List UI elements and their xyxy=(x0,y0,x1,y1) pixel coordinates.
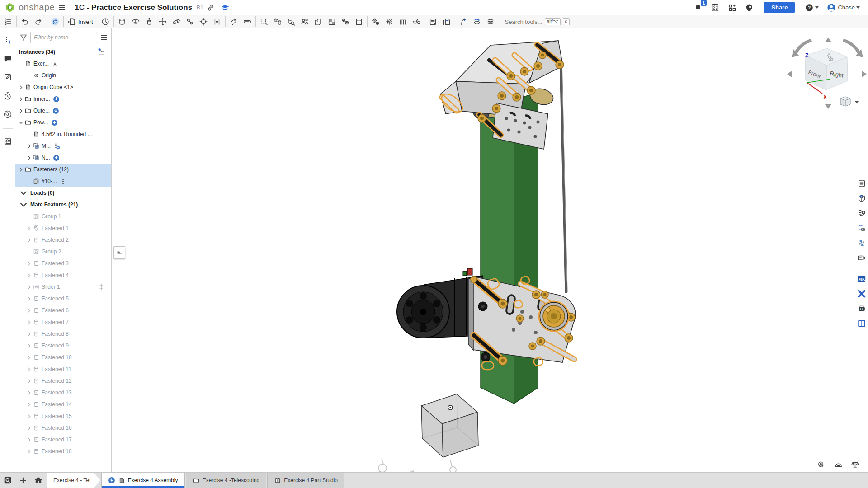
mate-feature-row[interactable]: Fastened 10 xyxy=(15,352,111,363)
tree-row[interactable]: M... xyxy=(15,140,111,152)
search-tools-field[interactable]: Search tools... alt/⌥ c xyxy=(505,18,570,25)
mate-feature-row[interactable]: Fastened 2 xyxy=(15,234,111,246)
ellipse-rot-button[interactable] xyxy=(471,16,483,27)
chevron-right-icon[interactable] xyxy=(25,343,33,348)
part-arrow-button[interactable] xyxy=(856,207,867,221)
download-icon[interactable] xyxy=(52,108,59,114)
loads-header-row[interactable]: Loads (0) xyxy=(15,187,111,199)
note-button[interactable] xyxy=(427,16,439,27)
copy-link-button[interactable] xyxy=(205,2,216,13)
mate-feature-row[interactable]: Fastened 8 xyxy=(15,328,111,340)
chevron-right-icon[interactable] xyxy=(25,296,33,301)
mate-feature-row[interactable]: Fastened 9 xyxy=(15,340,111,352)
download-icon[interactable] xyxy=(53,155,60,161)
mate-feature-row[interactable]: Fastened 4 xyxy=(15,269,111,281)
chevron-right-icon[interactable] xyxy=(25,308,33,313)
chevron-right-icon[interactable] xyxy=(25,367,33,372)
learning-center-button[interactable] xyxy=(220,2,231,13)
filter-input[interactable] xyxy=(30,32,97,43)
add-folder-icon[interactable] xyxy=(96,47,105,56)
gear-button[interactable] xyxy=(383,16,396,27)
home-tab-button[interactable] xyxy=(31,473,46,488)
chevron-right-icon[interactable] xyxy=(17,108,24,113)
rings-button[interactable] xyxy=(484,16,497,27)
clock-button[interactable] xyxy=(99,16,112,27)
mate-feature-row[interactable]: Fastened 16 xyxy=(15,422,111,434)
list-view-icon[interactable] xyxy=(99,33,108,42)
chevron-right-icon[interactable] xyxy=(25,437,33,442)
mate-feature-row[interactable]: Fastened 17 xyxy=(15,434,111,446)
cylinder-button[interactable] xyxy=(116,16,128,27)
stopwatch-button[interactable] xyxy=(2,90,13,103)
cube-grid-button[interactable] xyxy=(856,192,867,206)
slider-adjust-icon[interactable] xyxy=(97,282,106,291)
mk-app-button[interactable]: MK xyxy=(856,273,867,286)
document-tab[interactable]: Exercise 4 Part Studio xyxy=(267,473,344,488)
chevron-right-icon[interactable] xyxy=(25,332,33,337)
mate-feature-row[interactable]: Fastened 3 xyxy=(15,258,111,269)
chevron-right-icon[interactable] xyxy=(25,273,33,278)
mate-feature-row[interactable]: Fastened 12 xyxy=(15,375,111,387)
gear-trio-button[interactable] xyxy=(339,16,352,27)
belt-button[interactable] xyxy=(410,16,423,27)
people-button[interactable] xyxy=(298,16,311,27)
revolve-button[interactable] xyxy=(129,16,142,27)
chevron-right-icon[interactable] xyxy=(25,285,33,290)
dots-download-icon[interactable] xyxy=(53,143,60,150)
hand-part-button[interactable] xyxy=(312,16,325,27)
tree-row[interactable]: Oute... xyxy=(15,105,111,117)
curve-button[interactable] xyxy=(457,16,470,27)
view-cube-body[interactable]: Top Front Right xyxy=(805,48,848,90)
mate-connector-add-button[interactable] xyxy=(2,35,13,47)
gears-button[interactable] xyxy=(369,16,382,27)
move-button[interactable] xyxy=(156,16,169,27)
chevron-right-icon[interactable] xyxy=(25,390,33,395)
document-tab[interactable]: Exercise 4 -Telescoping xyxy=(186,473,267,488)
mate-feature-row[interactable]: Fastened 14 xyxy=(15,399,111,410)
protractor-button[interactable] xyxy=(834,460,843,471)
chevron-right-icon[interactable] xyxy=(25,402,33,407)
mate-feature-row[interactable]: Fastened 5 xyxy=(15,293,111,305)
download-icon[interactable] xyxy=(53,96,60,103)
mate-feature-row[interactable]: Fastened 18 xyxy=(15,446,111,457)
checklist-button[interactable] xyxy=(2,136,13,148)
bom-button[interactable] xyxy=(856,178,867,191)
mass-properties-button[interactable] xyxy=(850,460,860,471)
snap-button[interactable] xyxy=(227,16,240,27)
chevron-right-icon[interactable] xyxy=(25,226,33,231)
ghost-sketch-geometry[interactable] xyxy=(374,459,456,473)
tree-row[interactable]: Inner... xyxy=(15,93,111,105)
mate-feature-row[interactable]: Group 2 xyxy=(15,246,111,258)
help-button[interactable]: ? xyxy=(804,2,820,13)
star-cyl-button[interactable] xyxy=(271,16,284,27)
tab-history-nav[interactable]: Exercise 4 - Tel xyxy=(47,473,100,488)
checker-button[interactable] xyxy=(326,16,338,27)
chevron-right-icon[interactable] xyxy=(17,167,24,172)
tasks-button[interactable] xyxy=(710,2,721,13)
chevron-right-icon[interactable] xyxy=(25,320,33,325)
parallel-button[interactable] xyxy=(211,16,223,27)
main-menu-button[interactable] xyxy=(57,2,67,13)
mate-feature-row[interactable]: Slider 1 xyxy=(15,281,111,293)
tree-row[interactable]: Pow... xyxy=(15,117,111,128)
tree-row[interactable]: 4.562 in. Rounded ... xyxy=(15,128,111,140)
chevron-right-icon[interactable] xyxy=(25,155,33,160)
insert-page-button[interactable]: Insert xyxy=(66,16,95,27)
chevron-right-icon[interactable] xyxy=(25,426,33,431)
comb-button[interactable] xyxy=(396,16,409,27)
chevron-right-icon[interactable] xyxy=(25,414,33,419)
download-icon[interactable] xyxy=(51,119,58,126)
mate-feature-row[interactable]: Fastened 1 xyxy=(15,222,111,234)
notifications-button[interactable]: 1 xyxy=(693,2,703,13)
chevron-right-icon[interactable] xyxy=(25,449,33,454)
mate-feature-row[interactable]: Fastened 13 xyxy=(15,387,111,399)
pinwheel-button[interactable] xyxy=(856,237,867,250)
view-cube[interactable]: Top Front Right Z X Y xyxy=(785,32,868,116)
3d-viewport[interactable]: Top Front Right Z X Y MK xyxy=(112,28,868,473)
inspect-button[interactable] xyxy=(285,16,297,27)
redo-button[interactable] xyxy=(32,16,45,27)
drawing-button[interactable] xyxy=(440,16,453,27)
orbit-button[interactable] xyxy=(170,16,183,27)
chevron-right-icon[interactable] xyxy=(17,85,24,90)
origin-cube-part[interactable] xyxy=(421,394,478,457)
